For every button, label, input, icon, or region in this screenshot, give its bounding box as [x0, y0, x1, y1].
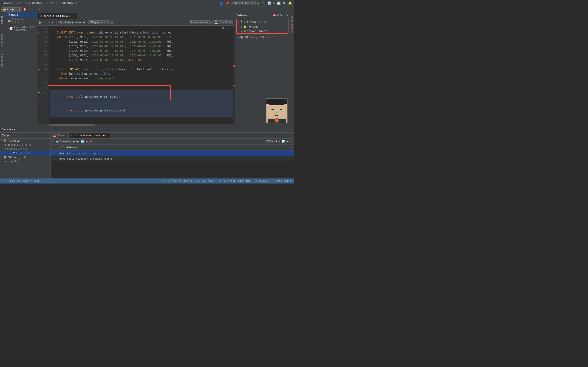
- pg-console-service[interactable]: ● console: [0, 159, 50, 163]
- collapse-icon[interactable]: ⤡: [31, 8, 33, 11]
- ext-libs-icon: 📚: [8, 19, 11, 23]
- console-sub-service[interactable]: 🗒 console 19 ms: [0, 151, 50, 155]
- sort-icon[interactable]: ▼: [291, 146, 292, 149]
- services-expand-btn[interactable]: ⤢: [10, 134, 12, 137]
- translate-icon[interactable]: 🔤: [277, 1, 281, 5]
- current-file-button[interactable]: Current File ▼: [231, 1, 256, 5]
- settings-icon[interactable]: ⚙: [273, 1, 275, 5]
- services-tree-toolbar: Tx ▶ ⤢ ⤡ +: [0, 133, 50, 139]
- prev-page-btn[interactable]: ◀: [56, 140, 58, 143]
- refresh-btn[interactable]: 🔄: [81, 140, 84, 143]
- upload-btn[interactable]: ⬆: [279, 140, 281, 143]
- history-button[interactable]: ⏱: [43, 21, 47, 24]
- expand-icon[interactable]: ⤢: [28, 8, 30, 11]
- console-service[interactable]: ▼ ● console 44 ms: [0, 147, 50, 151]
- results-row-2[interactable]: 2 drop table newcoder.practice_record;: [51, 156, 294, 161]
- tx-chevron[interactable]: ▼: [72, 21, 73, 24]
- refresh-icon[interactable]: 🔄: [267, 1, 271, 5]
- mysql-db-icon: 🗄: [240, 20, 243, 23]
- services-more-icon[interactable]: ⋮: [286, 128, 289, 131]
- db-close-icon[interactable]: ✕: [286, 14, 288, 17]
- console-icon: 💻: [215, 21, 218, 24]
- chevron-icon: ▼: [19, 8, 20, 11]
- schema-icon: 📁: [243, 25, 247, 28]
- stop-button[interactable]: ⏹: [82, 21, 85, 24]
- table-icon: ⊞: [71, 134, 73, 137]
- horizontal-scrollbar[interactable]: [37, 124, 235, 126]
- memory-status: 1669 of 6144M: [274, 180, 292, 182]
- results-row-1[interactable]: 1 drop table newcoder.exam_record;: [51, 150, 294, 156]
- build-icon[interactable]: 🔨: [262, 1, 266, 5]
- sql-results-tab[interactable]: ⊞ sql_statement:varchar ✕: [69, 133, 110, 138]
- output-tab[interactable]: 📤 Output: [51, 133, 69, 138]
- chart-btn[interactable]: 📊: [282, 140, 285, 143]
- bookmarks-vertical-tab[interactable]: Bookmarks: [0, 52, 4, 68]
- db-expand-icon[interactable]: ⤢: [277, 14, 279, 17]
- postgresql-tree-service[interactable]: ▼ 🐘 本机PostgreSQL: [0, 155, 50, 159]
- tab-close-icon[interactable]: ✕: [106, 134, 108, 137]
- db-collapse-icon[interactable]: ⤡: [280, 14, 282, 17]
- server-objects-item[interactable]: ▶ 🗂 Server Objects: [237, 29, 288, 33]
- grid-button[interactable]: ⊞: [111, 21, 113, 24]
- more-tabs-icon[interactable]: ⋮: [228, 13, 235, 19]
- mysql-tree-service[interactable]: ▼ 🗄 本机MySQL: [0, 139, 50, 143]
- git-icon: ⎇: [2, 180, 5, 182]
- services-close-icon[interactable]: ✕: [291, 128, 292, 131]
- postgresql-db-item[interactable]: ▶ 🐘 本机PostgreSQL 1 of 3: [235, 35, 290, 40]
- target-icon[interactable]: 🎯: [23, 8, 26, 11]
- project-dropdown[interactable]: 📁 Project ▼: [1, 7, 22, 12]
- console-connection[interactable]: 💻 console ▼: [212, 20, 233, 24]
- settings-button[interactable]: ⚙: [52, 21, 55, 24]
- default-service[interactable]: ● default 1 s 71 ms: [0, 143, 50, 147]
- search-icon[interactable]: 🔍: [283, 1, 286, 5]
- first-page-btn[interactable]: ⏮: [52, 140, 55, 143]
- next-page-btn[interactable]: ▶: [73, 140, 75, 143]
- structure-vertical-tab[interactable]: Structure: [0, 32, 4, 48]
- services-settings-icon[interactable]: ⚙: [284, 128, 285, 131]
- run-button[interactable]: ▶: [39, 20, 43, 25]
- view-btn[interactable]: 👁: [286, 140, 289, 143]
- arrow-right-icon: ▶: [8, 27, 9, 29]
- line-numbers: 32 33 34 35 36 37 38 39 40 41 42 43 44 4…: [41, 26, 48, 124]
- console-tab[interactable]: 🗒 console [本机MySQL] ✕: [37, 13, 77, 19]
- newcoder-schema-item[interactable]: ▶ 📁 newcoder: [237, 25, 288, 29]
- scratches-item[interactable]: ▶ 📝 Scratches and Consoles: [4, 25, 37, 32]
- services-collapse-btn[interactable]: ⤡: [13, 134, 15, 137]
- csv-dropdown[interactable]: CSV▼: [265, 140, 275, 143]
- mysql-db-item[interactable]: ▶ 🗄 本机MySQL 1 of 11: [237, 19, 288, 25]
- stop-results-btn[interactable]: ⏹: [85, 140, 88, 143]
- server-obj-arrow: ▶: [242, 30, 242, 32]
- output-icon: 📤: [53, 134, 56, 137]
- folder-icon: 📁: [3, 8, 6, 11]
- status-bar: ⎇ Connected (moments ago) tabnine tabnin…: [0, 178, 294, 184]
- db-connection-icon: 🗄: [191, 21, 193, 24]
- newcoder-connection[interactable]: 🗄 newcoder ▼: [189, 20, 211, 24]
- db-target-icon[interactable]: 🎯: [273, 14, 276, 17]
- tab-close-icon[interactable]: ✕: [73, 15, 74, 17]
- download-btn[interactable]: ⬇: [275, 140, 278, 143]
- db-more-icon[interactable]: ⋮: [283, 14, 285, 17]
- more-results-btn[interactable]: ⋮: [290, 140, 293, 143]
- last-page-btn[interactable]: ⏭: [76, 140, 79, 143]
- pin-results-btn[interactable]: 📌: [89, 140, 92, 143]
- external-libs-item[interactable]: 📚 External Libraries: [4, 17, 37, 25]
- mysql-tree-item[interactable]: ▶ 🗄 MySQL: [4, 13, 37, 17]
- notifications-vertical-tab[interactable]: Notifications: [290, 14, 294, 35]
- project-vertical-tab[interactable]: Project: [0, 14, 4, 27]
- step-button[interactable]: ⏭: [79, 21, 82, 24]
- playground-dropdown[interactable]: Playground ▼: [88, 20, 110, 24]
- results-toolbar: ⏮ ◀ 2 rows ▼ ▶ ⏭ 🔄 ⏹ 📌 CSV▼ ⬇ ⬆ 📊: [51, 139, 294, 144]
- format-button[interactable]: ≡: [48, 21, 51, 24]
- pin-icon: 📌: [225, 1, 229, 5]
- run-icon[interactable]: ▶: [258, 1, 260, 5]
- position-status: 46:1 (69 chars, 1 line break): [195, 180, 235, 182]
- user-icon: 👤: [219, 1, 223, 5]
- notifications-icon[interactable]: 🔔: [288, 1, 292, 5]
- play-all-button[interactable]: ▶: [76, 21, 78, 24]
- services-run-btn[interactable]: ▶: [7, 134, 9, 137]
- tree-scroll[interactable]: ▼ 🗄 本机MySQL ● default 1 s 71 ms ▼ ● cons…: [0, 139, 50, 178]
- rows-indicator[interactable]: 2 rows ▼: [59, 140, 72, 143]
- console-file-icon: 🗒: [8, 151, 11, 154]
- services-add-btn[interactable]: +: [16, 134, 17, 137]
- close-icon[interactable]: ✕: [39, 8, 40, 11]
